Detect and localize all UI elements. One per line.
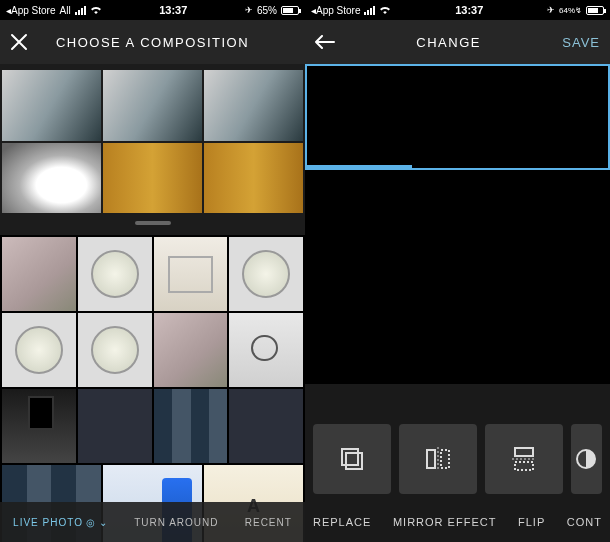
composition-preview-row [0,64,305,235]
recent-filter[interactable]: RECENT [245,517,292,528]
svg-rect-6 [515,462,533,470]
wifi-icon [379,5,391,16]
back-button[interactable] [315,35,335,49]
composition-tile[interactable] [2,70,101,141]
breadcrumb-app-store[interactable]: ◂App Store [6,5,55,16]
tool-row [305,424,610,494]
collage-slot[interactable] [305,170,610,276]
status-bar: ◂App Store 13:37 ✈ 64%↯ [305,0,610,20]
collage-slot-selected[interactable] [305,64,610,170]
composition-tile[interactable] [103,143,202,214]
circle-icon: ◎ [86,517,96,528]
photo-thumb[interactable] [229,237,303,311]
signal-icon [75,6,86,15]
progress-indicator [307,165,412,168]
top-bar: CHOOSE A COMPOSITION [0,20,305,64]
photo-thumb[interactable] [154,389,228,463]
status-bar: ◂App Store All 13:37 ✈ 65% [0,0,305,20]
composition-tile[interactable] [204,143,303,214]
battery-percent: 65% [257,5,277,16]
edit-screen: ◂App Store 13:37 ✈ 64%↯ CHANGE SAVE [305,0,610,542]
live-photo-filter[interactable]: LIVE PHOTO ◎ ⌄ [13,517,108,528]
tool-label-replace: REPLACE [313,516,371,528]
contrast-tool[interactable] [571,424,602,494]
compose-screen: ◂App Store All 13:37 ✈ 65% CHOOSE A COMP… [0,0,305,542]
drawer-handle[interactable] [135,221,171,225]
replace-tool[interactable] [313,424,391,494]
photo-thumb[interactable] [154,313,228,387]
composition-tile[interactable] [2,143,101,214]
photo-thumb[interactable] [229,313,303,387]
svg-rect-3 [441,450,449,468]
photo-thumb[interactable] [2,389,76,463]
photo-thumb[interactable] [2,313,76,387]
collage-slot[interactable] [305,276,610,382]
photo-thumb[interactable] [78,389,152,463]
status-time: 13:37 [395,4,543,16]
svg-rect-0 [342,449,358,465]
composition-tile[interactable] [103,70,202,141]
wifi-icon [90,5,102,16]
battery-icon [586,6,604,15]
photo-grid [0,235,305,462]
location-icon: ✈ [245,5,253,15]
photo-thumb[interactable] [78,237,152,311]
tool-labels: REPLACE MIRROR EFFECT FLIP CONT [305,516,610,528]
battery-percent: 64%↯ [559,6,582,15]
breadcrumb-app-store[interactable]: ◂App Store [311,5,360,16]
photo-thumb[interactable] [2,237,76,311]
battery-icon [281,6,299,15]
network-label: All [59,5,70,16]
photo-thumb[interactable] [78,313,152,387]
signal-icon [364,6,375,15]
turn-around-button[interactable]: TURN AROUND [134,517,218,528]
save-button[interactable]: SAVE [562,35,600,50]
svg-rect-1 [346,453,362,469]
status-time: 13:37 [106,4,241,16]
composition-tile[interactable] [204,70,303,141]
top-bar: CHANGE SAVE [305,20,610,64]
svg-rect-2 [427,450,435,468]
photo-thumb[interactable] [154,237,228,311]
screen-title: CHANGE [345,35,552,50]
svg-rect-5 [515,448,533,456]
collage-preview [305,64,610,384]
location-icon: ✈ [547,5,555,15]
tool-label-contrast: CONT [567,516,602,528]
photo-thumb[interactable] [229,389,303,463]
chevron-down-icon: ⌄ [99,517,108,528]
mirror-tool[interactable] [399,424,477,494]
close-button[interactable] [10,33,28,51]
flip-tool[interactable] [485,424,563,494]
bottom-filter-bar: LIVE PHOTO ◎ ⌄ TURN AROUND RECENT [0,502,305,542]
tool-label-mirror: MIRROR EFFECT [393,516,496,528]
screen-title: CHOOSE A COMPOSITION [38,35,267,50]
tool-label-flip: FLIP [518,516,545,528]
